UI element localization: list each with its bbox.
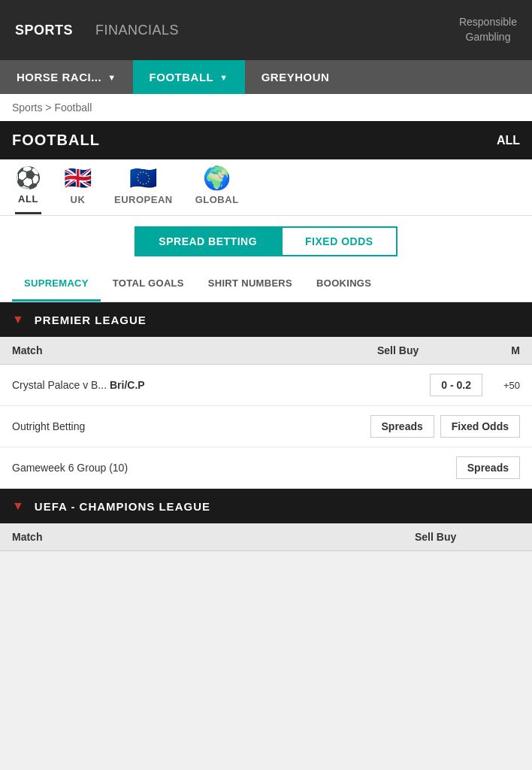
uk-flag-icon: 🇬🇧 [64, 167, 92, 189]
filter-tab-uk[interactable]: 🇬🇧 UK [64, 167, 92, 215]
breadcrumb-football[interactable]: Football [54, 102, 92, 114]
horse-racing-chevron: ▼ [107, 73, 116, 82]
premier-league-header: ▼ PREMIER LEAGUE [0, 302, 532, 337]
greyhound-label: GREYHOUN [261, 71, 330, 83]
odds-spread-box[interactable]: 0 - 0.2 [430, 374, 482, 396]
table-row: Crystal Palace v B... Bri/C.P 0 - 0.2 +5… [0, 365, 532, 406]
filter-tab-european[interactable]: 🇪🇺 EUROPEAN [114, 167, 173, 215]
spread-betting-button[interactable]: SPREAD BETTING [135, 226, 281, 256]
spreads-button[interactable]: Spreads [370, 415, 434, 438]
breadcrumb-sports[interactable]: Sports [12, 102, 42, 114]
match-info: Crystal Palace v B... Bri/C.P [12, 378, 430, 392]
match-odds: 0 - 0.2 [430, 374, 482, 396]
horse-racing-tab[interactable]: HORSE RACI... ▼ [0, 60, 133, 94]
table-row: Gameweek 6 Group (10) Spreads [0, 447, 532, 489]
team-names-right: Bri/C.P [110, 379, 145, 391]
extra-column-header: M [482, 344, 520, 356]
responsible-gambling-link[interactable]: ResponsibleGambling [459, 15, 517, 44]
filter-global-label: GLOBAL [195, 194, 239, 205]
filter-tab-global[interactable]: 🌍 GLOBAL [195, 167, 239, 215]
filter-uk-label: UK [71, 194, 86, 205]
team-names-left: Crystal Palace v B... [12, 379, 107, 391]
sport-tabs-bar: HORSE RACI... ▼ FOOTBALL ▼ GREYHOUN [0, 60, 532, 94]
premier-league-collapse-arrow[interactable]: ▼ [12, 313, 24, 326]
betting-type-toggle: SPREAD BETTING FIXED ODDS [0, 216, 532, 267]
match-column-header: Match [12, 344, 377, 356]
football-chevron: ▼ [219, 73, 228, 82]
premier-league-title: PREMIER LEAGUE [35, 314, 147, 326]
bookings-tab[interactable]: BOOKINGS [304, 267, 383, 302]
gameweek-label: Gameweek 6 Group (10) [12, 462, 456, 474]
breadcrumb: Sports > Football [0, 94, 532, 121]
shirt-numbers-tab[interactable]: SHIRT NUMBERS [196, 267, 304, 302]
football-all-button[interactable]: ALL [497, 134, 520, 147]
champions-league-table-header: Match Sell Buy [0, 523, 532, 551]
cl-match-column-header: Match [12, 531, 415, 543]
football-section-title: FOOTBALL [12, 132, 100, 149]
filter-tab-all[interactable]: ⚽ ALL [15, 168, 41, 214]
outright-label: Outright Betting [12, 420, 370, 432]
table-header-row: Match Sell Buy M [0, 337, 532, 365]
total-goals-tab[interactable]: TOTAL GOALS [101, 267, 196, 302]
horse-racing-label: HORSE RACI... [17, 71, 101, 83]
cl-sell-buy-column-header: Sell Buy [415, 531, 520, 543]
table-row: Outright Betting Spreads Fixed Odds [0, 406, 532, 447]
filter-all-label: ALL [18, 193, 38, 205]
main-nav: SPORTS FINANCIALS [15, 23, 179, 38]
financials-nav-item[interactable]: FINANCIALS [95, 23, 179, 38]
match-names: Crystal Palace v B... Bri/C.P [12, 379, 145, 391]
fixed-odds-outright-button[interactable]: Fixed Odds [440, 415, 520, 438]
football-tab[interactable]: FOOTBALL ▼ [133, 60, 245, 94]
region-filter-tabs: ⚽ ALL 🇬🇧 UK 🇪🇺 EUROPEAN 🌍 GLOBAL [0, 159, 532, 216]
supremacy-tab[interactable]: SUPREMACY [12, 267, 101, 302]
fixed-odds-button[interactable]: FIXED ODDS [281, 226, 397, 256]
gameweek-buttons: Spreads [456, 456, 520, 479]
football-section-header: FOOTBALL ALL [0, 121, 532, 159]
site-header: SPORTS FINANCIALS ResponsibleGambling [0, 0, 532, 60]
gameweek-spreads-button[interactable]: Spreads [456, 456, 520, 479]
match-extra: +50 [482, 380, 520, 391]
eu-flag-icon: 🇪🇺 [129, 167, 157, 189]
champions-league-title: UEFA - CHAMPIONS LEAGUE [35, 500, 210, 513]
sports-nav-item[interactable]: SPORTS [15, 23, 73, 38]
champions-league-header: ▼ UEFA - CHAMPIONS LEAGUE [0, 489, 532, 523]
outright-buttons: Spreads Fixed Odds [370, 415, 520, 438]
global-icon: 🌍 [203, 167, 231, 189]
premier-league-table: Match Sell Buy M Crystal Palace v B... B… [0, 337, 532, 489]
champions-league-collapse-arrow[interactable]: ▼ [12, 499, 24, 513]
all-icon: ⚽ [15, 168, 41, 189]
sell-buy-column-header: Sell Buy [377, 344, 482, 356]
football-tab-label: FOOTBALL [150, 71, 214, 83]
filter-european-label: EUROPEAN [114, 194, 173, 205]
breadcrumb-separator: > [45, 102, 54, 114]
greyhound-tab[interactable]: GREYHOUN [245, 60, 346, 94]
market-tabs: SUPREMACY TOTAL GOALS SHIRT NUMBERS BOOK… [0, 267, 532, 302]
